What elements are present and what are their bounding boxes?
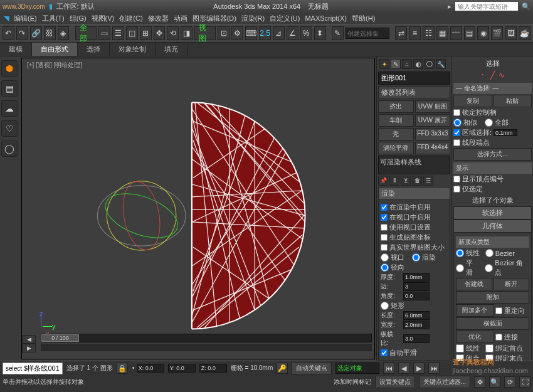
config-mod-icon[interactable]: ☰ xyxy=(423,176,433,186)
play-icon[interactable]: ▶ xyxy=(413,363,425,374)
menu-create[interactable]: 创建(C) xyxy=(118,14,144,23)
menu-modifiers[interactable]: 修改器 xyxy=(147,14,170,23)
menu-view[interactable]: 视图(V) xyxy=(90,14,116,23)
chk-lock-handles[interactable] xyxy=(453,109,460,116)
snap2d-icon[interactable]: 2.5 xyxy=(259,26,271,40)
play-prev-icon[interactable]: ⏮ xyxy=(383,363,394,374)
chk-sel-only[interactable] xyxy=(453,186,460,193)
cmdtab-create-icon[interactable]: ✦ xyxy=(379,59,389,69)
selection-filter[interactable]: 全部 xyxy=(75,26,97,40)
time-track[interactable] xyxy=(41,344,372,351)
redo-icon[interactable]: ↷ xyxy=(16,26,28,40)
roll-geo[interactable]: 几何体 xyxy=(453,220,532,233)
cloud-icon[interactable]: ☁ xyxy=(1,100,18,117)
menu-tools[interactable]: 工具(T) xyxy=(41,14,66,23)
roll-soft[interactable]: 软选择 xyxy=(453,206,532,220)
spin-aspect[interactable] xyxy=(403,334,430,343)
link-icon[interactable]: 🔗 xyxy=(30,26,42,40)
chk-area-select[interactable] xyxy=(453,129,460,136)
menu-rendering[interactable]: 渲染(R) xyxy=(240,14,266,23)
layers-icon[interactable]: ☷ xyxy=(423,26,435,40)
nav-orbit-icon[interactable]: ⟳ xyxy=(504,376,515,388)
play-next-icon[interactable]: ⏭ xyxy=(428,363,440,374)
cube-icon[interactable]: ⬢ xyxy=(1,60,18,77)
unlink-icon[interactable]: ⛓ xyxy=(44,26,56,40)
btn-create-line[interactable]: 创建线 xyxy=(456,278,492,290)
menu-maxscript[interactable]: MAXScript(X) xyxy=(303,14,348,22)
btn-refine[interactable]: 优化 xyxy=(456,331,494,343)
spin-angle[interactable] xyxy=(403,292,430,300)
btn-copy-sel[interactable]: 复制 xyxy=(453,95,492,107)
align-icon[interactable]: ≡ xyxy=(409,26,421,40)
tab-modeling[interactable]: 建模 xyxy=(0,43,32,56)
rad-bcorner[interactable] xyxy=(485,264,493,272)
chk-reorient[interactable] xyxy=(495,307,502,314)
chk-r-linear[interactable] xyxy=(456,344,464,352)
viewport[interactable]: [+] [透视] [明暗处理] xyxy=(21,58,375,359)
menu-group[interactable]: 组(G) xyxy=(68,14,88,23)
rollout-rendering[interactable]: 渲染 xyxy=(378,187,450,200)
keyboard-icon[interactable]: ⌨ xyxy=(245,26,257,40)
help-search-input[interactable] xyxy=(455,2,518,11)
spin-width[interactable] xyxy=(403,320,430,329)
info-icon[interactable]: ▸ xyxy=(448,3,451,11)
chk-genmap[interactable] xyxy=(381,234,388,241)
workspace-dropdown[interactable]: 工作区: 默认 xyxy=(56,2,95,11)
tab-selection[interactable]: 选择 xyxy=(78,43,110,56)
bind-icon[interactable]: ◈ xyxy=(58,26,70,40)
chk-connect[interactable] xyxy=(495,334,502,341)
circle-icon[interactable]: ◯ xyxy=(1,140,18,157)
autokey-button[interactable]: 自动关键点 xyxy=(292,362,332,374)
key-mode-icon[interactable]: 🔑 xyxy=(277,363,288,374)
menu-grapheditors[interactable]: 图形编辑器(D) xyxy=(191,14,238,23)
layers-dock-icon[interactable]: ▤ xyxy=(1,80,18,97)
menu-customize[interactable]: 自定义(U) xyxy=(268,14,301,23)
chk-show-num[interactable] xyxy=(453,176,460,183)
percent-snap-icon[interactable]: % xyxy=(300,26,312,40)
nav-max-icon[interactable]: ⛶ xyxy=(519,376,530,388)
angle-snap-icon[interactable]: ∠ xyxy=(287,26,298,40)
heart-icon[interactable]: ♡ xyxy=(1,120,18,137)
add-tag[interactable]: 添加时间标记 xyxy=(334,378,371,386)
scale-icon[interactable]: ◨ xyxy=(181,26,193,40)
show-end-icon[interactable]: Ⅱ xyxy=(389,176,399,186)
search-icon[interactable]: 🔍 xyxy=(522,3,530,11)
mirror-icon[interactable]: ⇄ xyxy=(395,26,407,40)
subobj-segment-icon[interactable]: ╱ xyxy=(490,71,495,80)
nav-pan-icon[interactable]: ✥ xyxy=(474,376,485,388)
chk-bind-first[interactable] xyxy=(485,344,493,352)
select-region-icon[interactable]: ◫ xyxy=(126,26,138,40)
coord-x[interactable] xyxy=(137,364,164,373)
tab-freeform[interactable]: 自由形式 xyxy=(32,43,78,56)
time-slider[interactable]: 0 / 100 xyxy=(41,334,372,342)
material-icon[interactable]: ◉ xyxy=(477,26,489,40)
btn-attach[interactable]: 附加 xyxy=(456,291,529,304)
object-name-field[interactable]: 图形001 xyxy=(378,72,450,85)
play-back-icon[interactable]: ◀ xyxy=(398,363,409,374)
mod-shell[interactable]: 壳 xyxy=(378,128,414,140)
manip-icon[interactable]: ⚙ xyxy=(231,26,243,40)
setkey-button[interactable]: 设置关键点 xyxy=(375,376,415,388)
maxscript-listener[interactable]: select $样条线001 xyxy=(3,363,63,374)
time-config-icons[interactable]: ◀ ▶ xyxy=(22,335,38,352)
mod-extrude[interactable]: 挤出 xyxy=(378,100,414,113)
pin-stack-icon[interactable]: 📌 xyxy=(378,176,388,186)
modifier-stack-list[interactable]: 可渲染样条线 xyxy=(378,156,450,174)
schematic-icon[interactable]: ▤ xyxy=(464,26,476,40)
spin-sides[interactable] xyxy=(403,282,430,291)
render-icon[interactable]: ☕ xyxy=(519,26,530,40)
select-name-icon[interactable]: ☰ xyxy=(112,26,124,40)
cmdtab-util-icon[interactable]: 🔧 xyxy=(436,59,446,69)
chk-realworld[interactable] xyxy=(381,244,388,251)
key-filter-dropdown[interactable] xyxy=(335,363,379,374)
app-menu-icon[interactable]: ◥ xyxy=(3,14,10,23)
mod-turbosmooth[interactable]: 涡轮平滑 xyxy=(378,142,414,154)
mod-ffd4[interactable]: FFD 4x4x4 xyxy=(415,142,451,154)
menu-help[interactable]: 帮助(H) xyxy=(351,14,376,23)
mod-uvwmap[interactable]: UVW 贴图 xyxy=(415,100,451,113)
menu-animation[interactable]: 动画 xyxy=(172,14,189,23)
btn-xsection[interactable]: 横截面 xyxy=(456,317,529,330)
spinner-snap-icon[interactable]: ⬍ xyxy=(314,26,326,40)
stack-item-spline[interactable]: 可渲染样条线 xyxy=(380,157,448,167)
snap3d-icon[interactable]: ⊿ xyxy=(273,26,285,40)
